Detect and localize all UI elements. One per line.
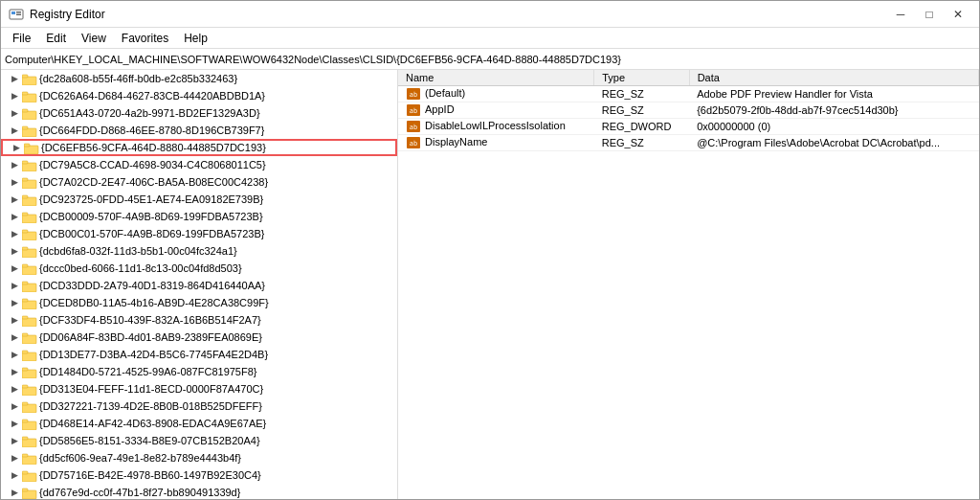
registry-row[interactable]: ab AppIDREG_SZ{6d2b5079-2f0b-48dd-ab7f-9…: [398, 102, 979, 119]
tree-item[interactable]: ▶ {dcbd6fa8-032f-11d3-b5b1-00c04fc324a1}: [1, 242, 397, 260]
svg-rect-42: [22, 282, 28, 284]
tree-item[interactable]: ▶ {dd5cf606-9ea7-49e1-8e82-b789e4443b4f}: [1, 449, 397, 466]
tree-item-label: {DD75716E-B42E-4978-BB60-1497B92E30C4}: [39, 469, 261, 481]
registry-row[interactable]: ab DisableLowILProcessIsolationREG_DWORD…: [398, 119, 979, 135]
svg-rect-66: [22, 420, 28, 422]
svg-rect-30: [22, 213, 28, 216]
registry-type-cell: REG_DWORD: [594, 119, 689, 135]
menu-file[interactable]: File: [5, 30, 38, 47]
svg-rect-64: [22, 421, 36, 430]
col-type: Type: [594, 70, 689, 86]
tree-item[interactable]: ▶ {DCD33DDD-2A79-40D1-8319-864D416440AA}: [1, 277, 397, 294]
registry-table: Name Type Data ab (Default)REG_SZAdobe P…: [398, 70, 979, 151]
folder-icon: [22, 313, 37, 327]
tree-arrow-icon: ▶: [9, 383, 20, 395]
folder-icon: [22, 451, 37, 465]
tree-item-label: {DD468E14-AF42-4D63-8908-EDAC4A9E67AE}: [39, 418, 266, 429]
folder-icon: [22, 89, 37, 102]
tree-arrow-icon: ▶: [9, 73, 20, 84]
svg-rect-63: [22, 402, 28, 405]
folder-icon: [22, 227, 37, 240]
tree-arrow-icon: ▶: [9, 400, 20, 412]
svg-rect-69: [22, 437, 28, 440]
svg-rect-15: [22, 126, 28, 129]
registry-row[interactable]: ab DisplayNameREG_SZ@C:\Program Files\Ad…: [398, 135, 979, 151]
tree-item[interactable]: ▶ {DC6EFB56-9CFA-464D-8880-44885D7DC193}: [1, 139, 397, 156]
tree-item-label: {DCD33DDD-2A79-40D1-8319-864D416440AA}: [39, 280, 265, 291]
tree-item[interactable]: ▶ {dc28a608-b55f-46ff-b0db-e2c85b332463}: [1, 70, 397, 87]
tree-item[interactable]: ▶ {DC651A43-0720-4a2b-9971-BD2EF1329A3D}: [1, 104, 397, 122]
menu-view[interactable]: View: [74, 30, 114, 47]
svg-rect-39: [22, 264, 28, 267]
registry-table-body: ab (Default)REG_SZAdobe PDF Preview Hand…: [398, 86, 979, 151]
tree-item[interactable]: ▶ {DCB00C01-570F-4A9B-8D69-199FDBA5723B}: [1, 225, 397, 242]
svg-rect-36: [22, 247, 28, 250]
menu-favorites[interactable]: Favorites: [114, 30, 176, 47]
folder-icon: [22, 417, 37, 430]
svg-rect-76: [22, 490, 36, 499]
tree-item-label: {DC626A64-D684-4627-83CB-44420ABDBD1A}: [39, 90, 265, 102]
svg-rect-16: [24, 146, 38, 154]
folder-icon: [22, 106, 37, 120]
svg-text:ab: ab: [410, 140, 417, 148]
tree-item[interactable]: ▶ {DD5856E5-8151-3334-B8E9-07CB152B20A4}: [1, 432, 397, 449]
tree-item[interactable]: ▶ {dd767e9d-cc0f-47b1-8f27-bb890491339d}: [1, 484, 397, 499]
tree-item-label: {DC664FDD-D868-46EE-8780-8D196CB739F7}: [39, 125, 264, 136]
tree-item[interactable]: ▶ {DD1484D0-5721-4525-99A6-087FC81975F8}: [1, 363, 397, 380]
maximize-button[interactable]: □: [916, 4, 943, 25]
tree-item[interactable]: ▶ {DCB00009-570F-4A9B-8D69-199FDBA5723B}: [1, 208, 397, 225]
title-bar: Registry Editor ─ □ ✕: [1, 1, 979, 28]
menu-edit[interactable]: Edit: [38, 30, 74, 47]
svg-rect-12: [22, 109, 28, 112]
tree-item[interactable]: ▶ {DC626A64-D684-4627-83CB-44420ABDBD1A}: [1, 87, 397, 104]
tree-item-label: {dd5cf606-9ea7-49e1-8e82-b789e4443b4f}: [39, 452, 241, 464]
svg-rect-54: [22, 351, 28, 353]
folder-icon: [22, 296, 37, 309]
svg-rect-60: [22, 385, 28, 388]
tree-item[interactable]: ▶ {DD327221-7139-4D2E-8B0B-018B525DFEFF}: [1, 398, 397, 415]
tree-item[interactable]: ▶ {DD13DE77-D3BA-42D4-B5C6-7745FA4E2D4B}: [1, 346, 397, 363]
tree-item[interactable]: ▶ {dccc0bed-6066-11d1-8c13-00c04fd8d503}: [1, 260, 397, 277]
tree-arrow-icon: ▶: [9, 314, 20, 326]
folder-icon: [22, 244, 37, 258]
tree-arrow-icon: ▶: [9, 418, 20, 429]
svg-rect-43: [22, 301, 36, 309]
registry-type-cell: REG_SZ: [594, 86, 689, 102]
svg-rect-9: [22, 92, 28, 95]
svg-rect-21: [22, 161, 28, 164]
tree-arrow-icon: ▶: [9, 280, 20, 291]
tree-item[interactable]: ▶ {DC923725-0FDD-45E1-AE74-EA09182E739B}: [1, 191, 397, 208]
tree-item[interactable]: ▶ {DD75716E-B42E-4978-BB60-1497B92E30C4}: [1, 466, 397, 484]
right-panel: Name Type Data ab (Default)REG_SZAdobe P…: [398, 70, 979, 499]
tree-item-label: {dd767e9d-cc0f-47b1-8f27-bb890491339d}: [39, 487, 240, 498]
svg-rect-22: [22, 180, 36, 189]
minimize-button[interactable]: ─: [887, 4, 914, 25]
folder-icon: [22, 348, 37, 361]
tree-item[interactable]: ▶ {DCED8DB0-11A5-4b16-AB9D-4E28CA38C99F}: [1, 294, 397, 311]
tree-item-label: {DD1484D0-5721-4525-99A6-087FC81975F8}: [39, 366, 257, 377]
tree-item[interactable]: ▶ {DC79A5C8-CCAD-4698-9034-C4C8068011C5}: [1, 156, 397, 173]
registry-row[interactable]: ab (Default)REG_SZAdobe PDF Preview Hand…: [398, 86, 979, 102]
tree-arrow-icon: ▶: [9, 125, 20, 136]
menu-help[interactable]: Help: [176, 30, 215, 47]
registry-editor-window: Registry Editor ─ □ ✕ File Edit View Fav…: [0, 0, 980, 500]
close-button[interactable]: ✕: [945, 4, 971, 25]
tree-item[interactable]: ▶ {DC7A02CD-2E47-406C-BA5A-B08EC00C4238}: [1, 173, 397, 191]
tree-item[interactable]: ▶ {DC664FDD-D868-46EE-8780-8D196CB739F7}: [1, 122, 397, 139]
tree-item-label: {DD327221-7139-4D2E-8B0B-018B525DFEFF}: [39, 400, 262, 412]
svg-rect-4: [22, 77, 36, 85]
address-path: Computer\HKEY_LOCAL_MACHINE\SOFTWARE\WOW…: [5, 54, 621, 65]
tree-arrow-icon: ▶: [9, 90, 20, 102]
tree-item[interactable]: ▶ {DD06A84F-83BD-4d01-8AB9-2389FEA0869E}: [1, 329, 397, 346]
tree-item[interactable]: ▶ {DD468E14-AF42-4D63-8908-EDAC4A9E67AE}: [1, 415, 397, 432]
tree-item-label: {DCB00C01-570F-4A9B-8D69-199FDBA5723B}: [39, 228, 264, 239]
svg-rect-73: [22, 473, 36, 482]
registry-name-cell: ab DisableLowILProcessIsolation: [398, 119, 594, 135]
tree-item[interactable]: ▶ {DD313E04-FEFF-11d1-8ECD-0000F87A470C}: [1, 380, 397, 398]
main-content: ▶ {dc28a608-b55f-46ff-b0db-e2c85b332463}…: [1, 70, 979, 499]
menu-bar: File Edit View Favorites Help: [1, 28, 979, 49]
tree-item[interactable]: ▶ {DCF33DF4-B510-439F-832A-16B6B514F2A7}: [1, 311, 397, 329]
tree-arrow-icon: ▶: [9, 211, 20, 222]
registry-data-cell: Adobe PDF Preview Handler for Vista: [689, 86, 978, 102]
tree-arrow-icon: ▶: [9, 228, 20, 239]
